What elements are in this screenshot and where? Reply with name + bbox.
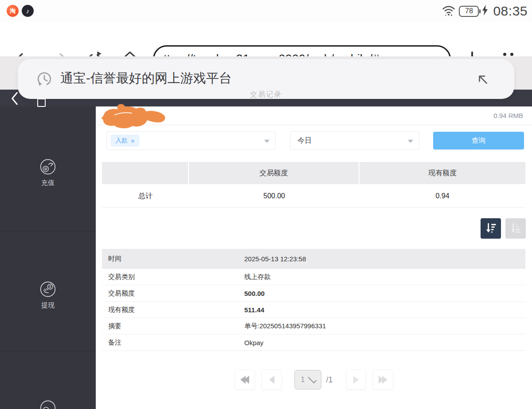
detail-label: 交易额度 — [102, 289, 244, 298]
taobao-app-icon: 淘 — [7, 5, 19, 17]
search-button[interactable]: 查询 — [433, 132, 524, 149]
withdraw-icon: $ — [39, 280, 57, 300]
history-clock-icon — [36, 71, 52, 89]
sidebar-item-partial[interactable] — [0, 399, 96, 409]
prev-page-button[interactable] — [262, 370, 282, 390]
sort-desc-icon — [485, 222, 497, 236]
summary-header-cell: 现有额度 — [360, 162, 525, 184]
sort-asc-button[interactable] — [505, 218, 526, 239]
right-icon — [353, 376, 359, 384]
summary-total-row: 总计 500.00 0.94 — [102, 184, 525, 208]
next-page-button[interactable] — [346, 370, 366, 390]
table-row: 备注 Okpay — [102, 334, 525, 351]
taobao-glyph: 淘 — [10, 7, 16, 15]
balance-row: 0.94 RMB — [96, 106, 532, 125]
tag-close-icon[interactable]: × — [131, 137, 135, 145]
page-select[interactable]: 1 — [294, 370, 321, 389]
date-select[interactable]: 今日 — [290, 131, 419, 150]
suggestion-text: 通宝-信誉最好的网上游戏平台 — [60, 70, 232, 87]
sidebar-divider — [0, 231, 96, 232]
charging-icon — [482, 5, 488, 17]
status-bar: 淘 ♪ 78 — [0, 0, 532, 22]
main-content: 0.94 RMB 入款 × 今日 查询 交易额度 现有额度 总计 500.00 — [96, 106, 532, 409]
type-tag-label: 入款 — [115, 137, 128, 145]
detail-value: 线上存款 — [244, 273, 525, 281]
table-row: 交易额度 500.00 — [102, 285, 525, 302]
tiktok-glyph: ♪ — [26, 7, 30, 15]
first-page-button[interactable] — [235, 370, 255, 390]
svg-text:$: $ — [49, 284, 51, 289]
summary-total-label: 总计 — [102, 184, 189, 207]
sort-desc-button[interactable] — [481, 218, 501, 239]
window-icon[interactable] — [37, 98, 46, 107]
date-select-value: 今日 — [290, 132, 419, 149]
chevron-down-icon — [308, 374, 317, 383]
summary-table: 交易额度 现有额度 总计 500.00 0.94 — [102, 162, 525, 208]
summary-header-cell — [102, 162, 188, 184]
sidebar-item-label: 充值 — [41, 179, 55, 187]
sidebar-item-label: 提现 — [41, 301, 55, 310]
type-tag: 入款 × — [111, 135, 139, 146]
detail-value: 单号:202505143957996331 — [244, 322, 525, 330]
table-row: 现有额度 511.44 — [102, 302, 525, 318]
browser-toolbar: ttps://tongbao31.com:9900/web/mobile/# × — [0, 22, 532, 56]
page-select-value: 1 — [301, 376, 308, 384]
type-select[interactable]: 入款 × — [106, 131, 276, 150]
detail-label: 备注 — [102, 338, 244, 347]
sort-asc-icon — [509, 222, 522, 236]
summary-header-row: 交易额度 现有额度 — [102, 162, 525, 184]
table-row: 交易类别 线上存款 — [102, 269, 525, 285]
chevron-down-icon — [264, 140, 270, 143]
suggestion-card[interactable]: 通宝-信誉最好的网上游戏平台 — [18, 59, 514, 99]
insert-suggestion-arrow-icon[interactable] — [476, 72, 490, 88]
detail-value: 511.44 — [244, 306, 525, 314]
table-row: 摘要 单号:202505143957996331 — [102, 318, 525, 334]
sidebar-item-withdraw[interactable]: $ 提现 — [0, 280, 96, 310]
tiktok-app-icon: ♪ — [22, 5, 34, 17]
battery-percent: 78 — [465, 7, 473, 15]
detail-label: 交易类别 — [102, 273, 244, 281]
detail-table: 时间 2025-05-13 12:23:58 交易类别 线上存款 交易额度 50… — [102, 249, 525, 351]
chevron-down-icon — [408, 140, 413, 143]
battery-indicator: 78 — [459, 6, 479, 17]
summary-header-cell: 交易额度 — [189, 162, 359, 184]
balance-text: 0.94 RMB — [493, 112, 523, 119]
wifi-icon — [442, 4, 456, 18]
detail-label: 时间 — [102, 255, 244, 263]
page-back-chevron-icon[interactable] — [11, 92, 19, 107]
sidebar-item-recharge[interactable]: 充值 — [0, 158, 96, 187]
left-icon — [269, 376, 274, 384]
last-page-button[interactable] — [373, 370, 393, 390]
table-row: 时间 2025-05-13 12:23:58 — [102, 249, 525, 269]
sidebar: 充值 $ 提现 — [0, 106, 96, 409]
detail-value: 2025-05-13 12:23:58 — [244, 255, 525, 263]
clock-time: 08:35 — [493, 4, 528, 19]
screen: 淘 ♪ 78 — [0, 0, 532, 409]
partial-circle-icon — [39, 399, 57, 409]
summary-current-amount: 0.94 — [360, 184, 525, 207]
summary-transaction-amount: 500.00 — [189, 184, 360, 207]
detail-value: 500.00 — [244, 290, 525, 297]
sidebar-divider — [0, 351, 96, 351]
page-total: /1 — [326, 375, 332, 385]
status-indicators: 78 08:35 — [442, 0, 528, 22]
detail-label: 现有额度 — [102, 306, 244, 314]
detail-value: Okpay — [244, 339, 525, 346]
recharge-icon — [39, 158, 57, 177]
pagination: 1 /1 — [96, 370, 532, 390]
detail-label: 摘要 — [102, 322, 244, 330]
